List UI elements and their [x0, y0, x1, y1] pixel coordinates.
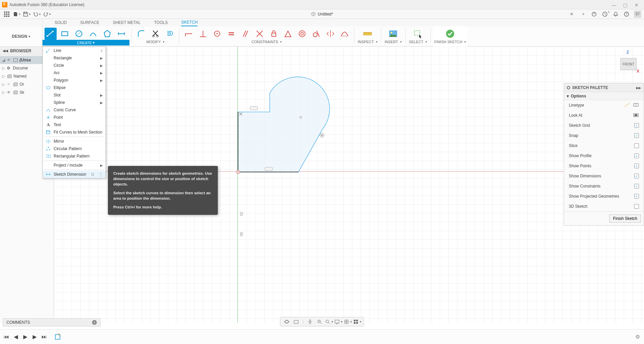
menu-item-polygon[interactable]: Polygon▶	[43, 77, 106, 84]
tab-tools[interactable]: TOOLS	[154, 19, 168, 26]
menu-item-sketch-dimension[interactable]: Sketch Dimension D ⋮	[43, 171, 106, 178]
menu-item-arc[interactable]: Arc▶	[43, 69, 106, 77]
orbit-icon[interactable]	[284, 319, 290, 325]
menu-item-ellipse[interactable]: Ellipse	[43, 84, 106, 91]
menu-item-spline[interactable]: Spline▶	[43, 99, 106, 106]
checkbox[interactable]: ✓	[634, 174, 639, 178]
user-avatar[interactable]: ST	[634, 10, 641, 18]
redo-button[interactable]	[43, 10, 51, 18]
menu-item-project-include[interactable]: Project / Include▶	[43, 162, 106, 169]
horizontal-constraint-icon[interactable]	[183, 28, 195, 40]
trim-tool-icon[interactable]	[149, 28, 162, 40]
offset-tool-icon[interactable]	[164, 28, 176, 40]
arc-tool-icon[interactable]	[87, 28, 99, 40]
ribbon-label-finish[interactable]: FINISH SKETCH	[434, 40, 466, 44]
tab-surface[interactable]: SURFACE	[80, 19, 99, 26]
grid-settings-icon[interactable]	[345, 319, 351, 325]
ribbon-label-create[interactable]: CREATE ▾	[42, 40, 129, 46]
centerline-linetype-icon[interactable]	[633, 103, 639, 108]
new-tab-button[interactable]: +	[580, 11, 587, 18]
checkbox[interactable]: ✓	[634, 123, 639, 128]
menu-item-rectangle[interactable]: Rectangle▶	[43, 54, 106, 62]
job-status-button[interactable]: 1	[602, 11, 608, 18]
circle-tool-icon[interactable]	[73, 28, 85, 40]
checkbox[interactable]: ✓	[634, 194, 639, 199]
comments-bar[interactable]: COMMENTS +	[3, 318, 100, 326]
menu-item-line[interactable]: Line L	[43, 47, 106, 54]
notifications-button[interactable]	[612, 11, 619, 18]
concentric-constraint-icon[interactable]	[296, 28, 308, 40]
lookat-nav-icon[interactable]	[293, 319, 299, 325]
perpendicular-constraint-icon[interactable]	[254, 28, 266, 40]
midpoint-constraint-icon[interactable]	[282, 28, 294, 40]
insert-image-icon[interactable]	[387, 28, 399, 40]
rectangle-tool-icon[interactable]	[59, 28, 71, 40]
measure-tool-icon[interactable]	[361, 28, 374, 40]
timeline-play-button[interactable]: ▶	[22, 334, 28, 340]
fix-constraint-icon[interactable]	[268, 28, 280, 40]
menu-item-fit-curves[interactable]: Fit Curves to Mesh Section	[43, 128, 106, 136]
ribbon-label-select[interactable]: SELECT	[409, 40, 427, 44]
ribbon-label-inspect[interactable]: INSPECT	[358, 40, 378, 44]
coincident-constraint-icon[interactable]	[211, 28, 223, 40]
lookat-icon[interactable]	[633, 113, 639, 118]
sketch-geometry[interactable]	[236, 66, 337, 177]
maximize-button[interactable]: ▢	[623, 2, 628, 7]
pan-icon[interactable]	[307, 319, 313, 325]
dimension-tool-icon[interactable]	[115, 28, 127, 40]
menu-item-circle[interactable]: Circle▶	[43, 62, 106, 69]
undo-button[interactable]	[33, 10, 41, 18]
timeline-end-button[interactable]: ⏭	[41, 334, 47, 340]
finish-sketch-icon[interactable]	[444, 28, 456, 40]
finish-sketch-button[interactable]: Finish Sketch	[609, 214, 641, 223]
checkbox[interactable]: ✓	[634, 184, 639, 189]
zoom-icon[interactable]: +	[317, 319, 323, 325]
tab-sheet-metal[interactable]: SHEET METAL	[113, 19, 141, 26]
viewport-icon[interactable]	[354, 319, 360, 325]
palette-header[interactable]: SKETCH PALETTE ▸▸	[564, 83, 644, 92]
fillet-tool-icon[interactable]	[135, 28, 147, 40]
expand-icon[interactable]: ▸▸	[636, 85, 641, 90]
timeline-prev-button[interactable]: ◀	[13, 334, 19, 340]
menu-item-slot[interactable]: Slot▶	[43, 91, 106, 99]
checkbox[interactable]: ✓	[634, 133, 639, 138]
viewcube-face[interactable]: FRONT	[620, 58, 637, 70]
extensions-button[interactable]	[591, 11, 597, 18]
document-title[interactable]: Untitled*	[311, 12, 333, 17]
close-tab-button[interactable]: ×	[570, 11, 573, 17]
menu-item-point[interactable]: Point	[43, 114, 106, 121]
menu-item-text[interactable]: AText	[43, 121, 106, 128]
ribbon-label-modify[interactable]: MODIFY	[146, 40, 165, 44]
collapse-dot-icon[interactable]	[567, 86, 570, 89]
polygon-tool-icon[interactable]	[101, 28, 113, 40]
help-button[interactable]: ?	[623, 11, 630, 18]
checkbox[interactable]	[634, 204, 639, 209]
workspace-dropdown[interactable]: DESIGN▾	[0, 26, 42, 46]
display-settings-icon[interactable]	[335, 319, 342, 325]
equal-constraint-icon[interactable]	[225, 28, 237, 40]
timeline-settings-icon[interactable]: ⚙	[635, 334, 640, 340]
viewcube[interactable]: Z FRONT X	[619, 50, 638, 74]
zoom-window-icon[interactable]	[326, 319, 332, 325]
timeline-start-button[interactable]: ⏮	[3, 334, 9, 340]
close-window-button[interactable]: ✕	[635, 2, 639, 7]
menu-item-circular-pattern[interactable]: Circular Pattern	[43, 145, 106, 152]
tangent-constraint-icon[interactable]	[310, 28, 322, 40]
select-tool-icon[interactable]	[412, 28, 424, 40]
vertical-constraint-icon[interactable]	[197, 28, 209, 40]
curvature-constraint-icon[interactable]	[339, 28, 351, 40]
parallel-constraint-icon[interactable]	[239, 28, 252, 40]
symmetry-constraint-icon[interactable]	[324, 28, 336, 40]
tab-sketch[interactable]: SKETCH	[181, 19, 198, 26]
ribbon-label-insert[interactable]: INSERT	[385, 40, 402, 44]
menu-item-rectangular-pattern[interactable]: Rectangular Pattern	[43, 152, 106, 160]
line-tool-icon[interactable]	[45, 28, 57, 40]
menu-item-mirror[interactable]: Mirror	[43, 138, 106, 145]
timeline-sketch-feature[interactable]	[54, 333, 63, 341]
ribbon-label-constraints[interactable]: CONSTRAINTS	[252, 40, 282, 44]
data-panel-button[interactable]	[3, 10, 11, 18]
add-comment-icon[interactable]: +	[92, 320, 97, 325]
file-menu-button[interactable]	[13, 10, 21, 18]
construction-linetype-icon[interactable]	[624, 103, 630, 108]
checkbox[interactable]	[634, 143, 639, 148]
